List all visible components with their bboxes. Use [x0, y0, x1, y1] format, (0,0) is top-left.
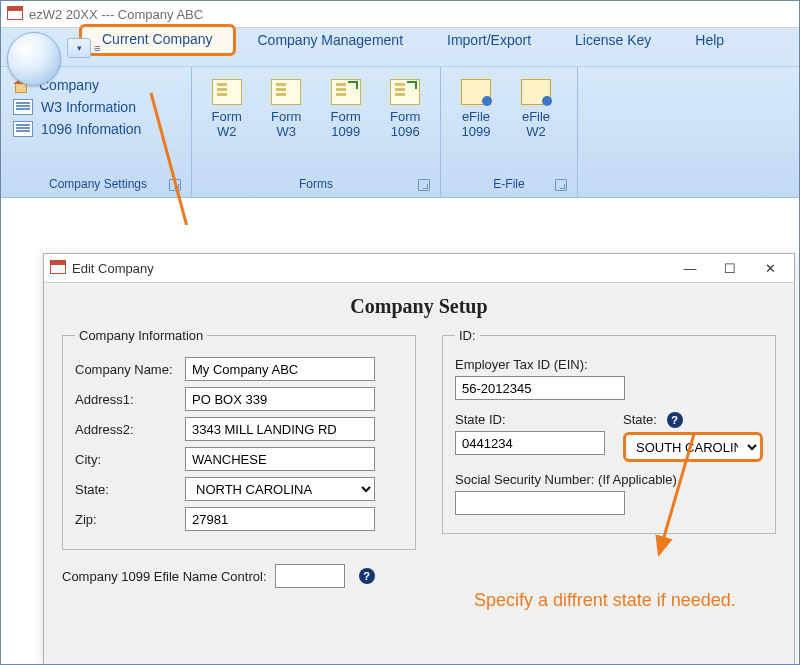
subwindow-titlebar: Edit Company — ☐ ✕ — [44, 254, 794, 283]
close-button[interactable]: ✕ — [750, 256, 790, 280]
doc-icon — [13, 121, 33, 137]
menu-import-export[interactable]: Import/Export — [425, 26, 553, 56]
orb-dropdown[interactable]: ▾ — [67, 38, 91, 58]
legend-id: ID: — [455, 328, 480, 343]
workspace: Edit Company — ☐ ✕ Company Setup Company… — [1, 225, 799, 664]
input-company-name[interactable] — [185, 357, 375, 381]
input-zip[interactable] — [185, 507, 375, 531]
ribbon-group-company-settings: Company W3 Information 1096 Infomation — [1, 67, 192, 197]
qat-customize-icon[interactable]: ≡ — [94, 42, 100, 54]
label-city: City: — [75, 452, 185, 467]
label-state: State: ? — [623, 412, 763, 428]
label-efile-name-control: Company 1099 Efile Name Control: — [62, 569, 267, 584]
fieldset-id: ID: Employer Tax ID (EIN): State ID: — [442, 328, 776, 534]
app-icon — [7, 6, 23, 22]
button-form-w3[interactable]: Form W3 — [260, 73, 314, 139]
button-label: Form W3 — [271, 109, 301, 139]
input-ssn[interactable] — [455, 491, 625, 515]
label-address2: Address2: — [75, 422, 185, 437]
nav-w3-information[interactable]: W3 Information — [13, 99, 141, 115]
input-state-id[interactable] — [455, 431, 605, 455]
label-address1: Address1: — [75, 392, 185, 407]
group-caption: E-File — [449, 175, 569, 195]
dialog-launcher-icon[interactable] — [555, 179, 567, 191]
label-ssn: Social Security Number: (If Applicable) — [455, 472, 677, 487]
ribbon-spacer — [578, 67, 799, 197]
button-form-1099[interactable]: Form 1099 — [319, 73, 373, 139]
dialog-launcher-icon[interactable] — [169, 179, 181, 191]
dialog-launcher-icon[interactable] — [418, 179, 430, 191]
maximize-button[interactable]: ☐ — [710, 256, 750, 280]
ribbon-group-forms: Form W2 Form W3 Form 1099 Form 1096 — [192, 67, 441, 197]
select-company-state[interactable]: NORTH CAROLINA — [185, 477, 375, 501]
group-caption: Forms — [200, 175, 432, 195]
doc-icon — [13, 99, 33, 115]
label-zip: Zip: — [75, 512, 185, 527]
input-address1[interactable] — [185, 387, 375, 411]
close-icon: ✕ — [765, 261, 776, 276]
input-city[interactable] — [185, 447, 375, 471]
label-ein: Employer Tax ID (EIN): — [455, 357, 588, 372]
form-icon — [271, 79, 301, 105]
button-efile-1099[interactable]: eFile 1099 — [449, 73, 503, 139]
ribbon-groups: Company W3 Information 1096 Infomation — [1, 66, 799, 197]
ribbon-group-efile: eFile 1099 eFile W2 E-File — [441, 67, 578, 197]
app-title: ezW2 20XX --- Company ABC — [29, 7, 203, 22]
label-company-name: Company Name: — [75, 362, 185, 377]
group-caption-text: E-File — [493, 177, 524, 191]
edit-company-window: Edit Company — ☐ ✕ Company Setup Company… — [43, 253, 795, 665]
group-caption-text: Company Settings — [49, 177, 147, 191]
efile-icon — [521, 79, 551, 105]
subwindow-title: Edit Company — [72, 261, 154, 276]
ribbon-top-row: ▾ ≡ Current Company Company Management I… — [1, 28, 799, 66]
window-buttons: — ☐ ✕ — [670, 256, 790, 280]
label-state: State: — [75, 482, 185, 497]
label-state-id: State ID: — [455, 412, 605, 427]
nav-label: W3 Information — [41, 99, 136, 115]
button-label: eFile 1099 — [462, 109, 491, 139]
menu-company-management[interactable]: Company Management — [236, 26, 426, 56]
input-address2[interactable] — [185, 417, 375, 441]
minimize-icon: — — [684, 261, 697, 276]
row-efile-name-control: Company 1099 Efile Name Control: ? — [62, 564, 776, 588]
menu-help[interactable]: Help — [673, 26, 746, 56]
input-ein[interactable] — [455, 376, 625, 400]
form-icon — [390, 79, 420, 105]
select-employer-state[interactable]: SOUTH CAROLINA — [623, 432, 763, 462]
button-label: Form 1096 — [390, 109, 420, 139]
button-label: Form 1099 — [331, 109, 361, 139]
group-caption: Company Settings — [13, 175, 183, 195]
form-icon — [331, 79, 361, 105]
ribbon: ▾ ≡ Current Company Company Management I… — [1, 28, 799, 198]
fieldset-company-information: Company Information Company Name: Addres… — [62, 328, 416, 550]
menu-row: Current Company Company Management Impor… — [1, 28, 799, 56]
subwindow-body: Company Setup Company Information Compan… — [44, 283, 794, 596]
button-efile-w2[interactable]: eFile W2 — [509, 73, 563, 139]
app-window: ezW2 20XX --- Company ABC ▾ ≡ Current Co… — [0, 0, 800, 665]
efile-icon — [461, 79, 491, 105]
button-label: eFile W2 — [522, 109, 550, 139]
heading-company-setup: Company Setup — [62, 295, 776, 318]
button-label: Form W2 — [212, 109, 242, 139]
button-form-1096[interactable]: Form 1096 — [379, 73, 433, 139]
app-icon — [50, 260, 66, 277]
annotation-state-note: Specify a diffrent state if needed. — [474, 589, 774, 612]
menu-current-company[interactable]: Current Company — [79, 24, 236, 56]
group-caption-text: Forms — [299, 177, 333, 191]
maximize-icon: ☐ — [724, 261, 736, 276]
help-icon[interactable]: ? — [667, 412, 683, 428]
legend-company-information: Company Information — [75, 328, 207, 343]
menu-license-key[interactable]: License Key — [553, 26, 673, 56]
label-state-text: State: — [623, 412, 657, 427]
orb-button[interactable] — [7, 32, 61, 86]
input-efile-name-control[interactable] — [275, 564, 345, 588]
nav-1096-information[interactable]: 1096 Infomation — [13, 121, 141, 137]
help-icon[interactable]: ? — [359, 568, 375, 584]
minimize-button[interactable]: — — [670, 256, 710, 280]
form-icon — [212, 79, 242, 105]
button-form-w2[interactable]: Form W2 — [200, 73, 254, 139]
nav-label: 1096 Infomation — [41, 121, 141, 137]
chevron-down-icon: ▾ — [77, 43, 82, 53]
